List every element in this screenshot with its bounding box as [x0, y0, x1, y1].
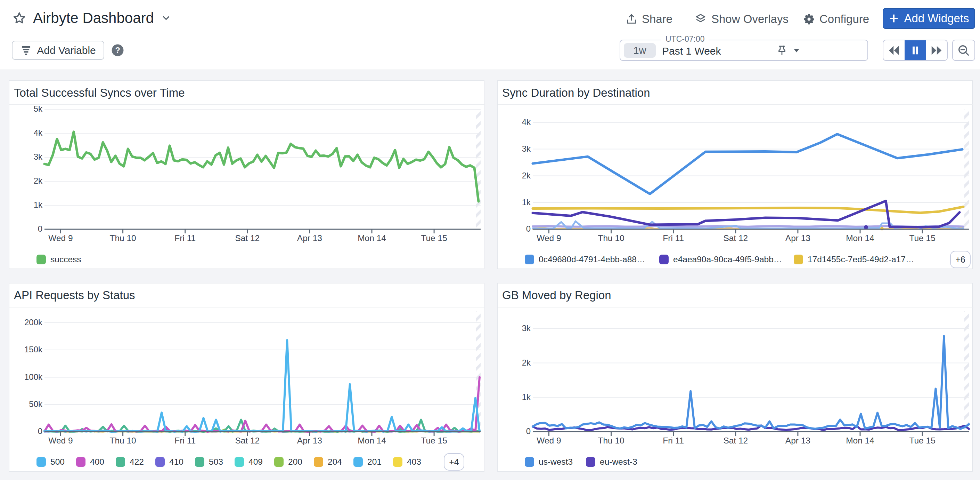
- svg-text:2k: 2k: [522, 171, 531, 180]
- svg-text:2k: 2k: [34, 176, 43, 185]
- svg-text:Sat 12: Sat 12: [235, 233, 259, 243]
- svg-text:503: 503: [209, 457, 223, 466]
- svg-text:201: 201: [368, 457, 382, 466]
- svg-text:500: 500: [50, 457, 65, 466]
- svg-text:4k: 4k: [522, 117, 531, 127]
- svg-text:50k: 50k: [29, 399, 43, 409]
- svg-text:Thu 10: Thu 10: [598, 233, 624, 243]
- svg-text:1k: 1k: [522, 392, 531, 402]
- svg-text:204: 204: [328, 457, 342, 466]
- svg-text:Wed 9: Wed 9: [536, 233, 561, 243]
- svg-text:eu-west-3: eu-west-3: [600, 457, 637, 466]
- svg-text:API Requests by Status: API Requests by Status: [14, 289, 135, 301]
- svg-text:3k: 3k: [522, 144, 531, 153]
- svg-text:Wed 9: Wed 9: [48, 436, 73, 445]
- svg-text:400: 400: [90, 457, 104, 466]
- svg-text:e4aea90a-90ca-49f5-9abb…: e4aea90a-90ca-49f5-9abb…: [673, 255, 782, 264]
- svg-text:success: success: [50, 255, 81, 264]
- svg-text:Wed 9: Wed 9: [48, 233, 73, 243]
- svg-text:Fri 11: Fri 11: [175, 233, 196, 243]
- svg-text:100k: 100k: [24, 372, 43, 381]
- svg-text:Wed 9: Wed 9: [536, 436, 561, 445]
- svg-text:4k: 4k: [34, 128, 43, 137]
- svg-text:Apr 13: Apr 13: [785, 233, 810, 243]
- svg-text:GB Moved by Region: GB Moved by Region: [502, 289, 611, 301]
- svg-text:150k: 150k: [24, 345, 43, 354]
- svg-text:5k: 5k: [34, 104, 43, 113]
- svg-text:Fri 11: Fri 11: [663, 233, 684, 243]
- svg-text:200k: 200k: [24, 317, 43, 327]
- svg-text:Fri 11: Fri 11: [663, 436, 684, 445]
- svg-text:0: 0: [526, 426, 531, 436]
- svg-text:0c49680d-4791-4ebb-a88…: 0c49680d-4791-4ebb-a88…: [539, 255, 645, 264]
- svg-text:410: 410: [169, 457, 183, 466]
- svg-text:Tue 15: Tue 15: [421, 436, 447, 445]
- svg-text:Tue 15: Tue 15: [909, 233, 935, 243]
- svg-text:422: 422: [130, 457, 144, 466]
- svg-text:Fri 11: Fri 11: [175, 436, 196, 445]
- svg-text:Thu 10: Thu 10: [598, 436, 624, 445]
- svg-text:Total Successful Syncs over Ti: Total Successful Syncs over Time: [14, 86, 185, 99]
- svg-text:Sync Duration by Destination: Sync Duration by Destination: [502, 86, 650, 99]
- svg-text:0: 0: [38, 426, 42, 436]
- svg-text:3k: 3k: [522, 324, 531, 333]
- svg-text:us-west3: us-west3: [539, 457, 573, 466]
- svg-text:Sat 12: Sat 12: [723, 233, 748, 243]
- svg-text:200: 200: [288, 457, 302, 466]
- svg-text:0: 0: [526, 224, 531, 233]
- svg-text:?: ?: [115, 46, 120, 55]
- svg-text:17d1455c-7ed5-49d2-a17…: 17d1455c-7ed5-49d2-a17…: [808, 255, 914, 264]
- svg-text:3k: 3k: [34, 152, 43, 161]
- svg-text:2k: 2k: [522, 358, 531, 367]
- svg-text:Sat 12: Sat 12: [235, 436, 259, 445]
- svg-text:Mon 14: Mon 14: [358, 233, 386, 243]
- svg-text:Thu 10: Thu 10: [110, 233, 136, 243]
- svg-text:409: 409: [248, 457, 263, 466]
- svg-text:+4: +4: [449, 457, 459, 467]
- svg-text:1k: 1k: [522, 198, 531, 207]
- svg-text:403: 403: [407, 457, 421, 466]
- svg-text:Tue 15: Tue 15: [421, 233, 447, 243]
- svg-text:Mon 14: Mon 14: [846, 436, 874, 445]
- svg-text:Mon 14: Mon 14: [846, 233, 874, 243]
- svg-text:Mon 14: Mon 14: [358, 436, 386, 445]
- svg-text:Apr 13: Apr 13: [297, 233, 322, 243]
- svg-text:0: 0: [38, 224, 42, 233]
- svg-text:Tue 15: Tue 15: [909, 436, 935, 445]
- svg-text:1k: 1k: [34, 200, 43, 209]
- svg-text:+6: +6: [955, 255, 966, 264]
- svg-text:Thu 10: Thu 10: [110, 436, 136, 445]
- svg-text:Sat 12: Sat 12: [723, 436, 748, 445]
- svg-text:Apr 13: Apr 13: [785, 436, 810, 445]
- svg-text:Apr 13: Apr 13: [297, 436, 322, 445]
